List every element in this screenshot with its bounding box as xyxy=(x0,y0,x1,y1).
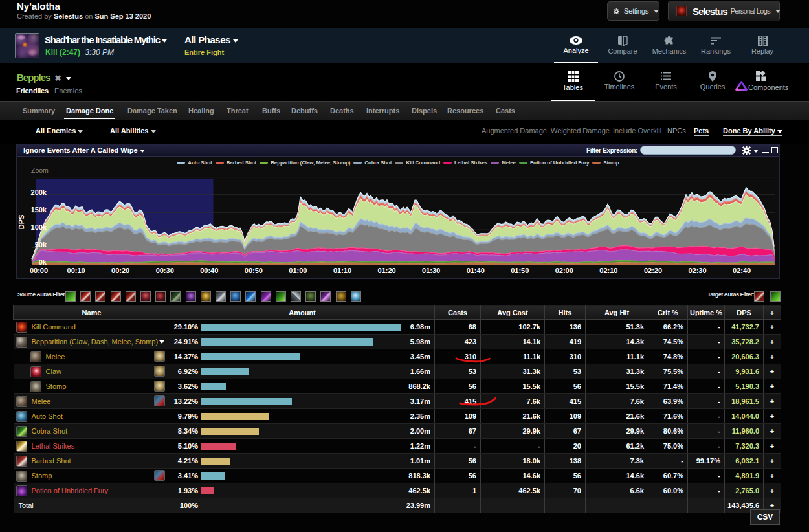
svg-text:00:10: 00:10 xyxy=(67,267,85,274)
svg-text:01:40: 01:40 xyxy=(467,267,485,274)
svg-text:02:20: 02:20 xyxy=(644,267,662,274)
svg-text:150k: 150k xyxy=(31,206,47,214)
svg-text:02:40: 02:40 xyxy=(733,267,751,274)
svg-text:00:40: 00:40 xyxy=(200,267,218,274)
svg-text:00:30: 00:30 xyxy=(156,267,174,274)
svg-text:01:00: 01:00 xyxy=(289,267,307,274)
svg-text:00:20: 00:20 xyxy=(111,267,129,274)
svg-text:200k: 200k xyxy=(31,188,47,196)
svg-text:DPS: DPS xyxy=(17,215,25,230)
svg-text:01:10: 01:10 xyxy=(333,267,351,274)
svg-text:50k: 50k xyxy=(35,241,47,249)
svg-text:01:50: 01:50 xyxy=(511,267,529,274)
svg-text:02:10: 02:10 xyxy=(599,267,617,274)
svg-text:00:00: 00:00 xyxy=(30,267,48,274)
svg-text:0k: 0k xyxy=(39,258,47,266)
svg-text:01:20: 01:20 xyxy=(378,267,396,274)
svg-text:Zoom: Zoom xyxy=(31,166,49,174)
svg-text:00:50: 00:50 xyxy=(245,267,263,274)
svg-text:02:30: 02:30 xyxy=(688,267,706,274)
svg-text:02:00: 02:00 xyxy=(555,267,573,274)
svg-text:01:30: 01:30 xyxy=(422,267,440,274)
svg-text:100k: 100k xyxy=(31,223,47,231)
